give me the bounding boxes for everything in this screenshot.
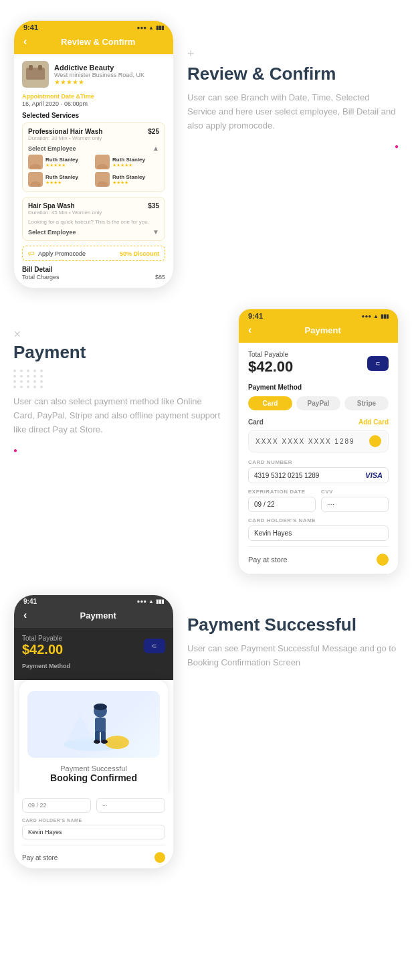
promo-label: Apply Promocode <box>38 250 86 257</box>
card-circle-icon <box>369 435 381 447</box>
card-number-input[interactable]: 4319 5312 0215 1289 VISA <box>248 467 389 483</box>
success-modal: Payment Successful Booking Confirmed <box>19 680 168 794</box>
success-pay-method-label: Payment Method <box>22 663 165 669</box>
promo-icon: 🏷 <box>28 250 35 257</box>
pink-dot-decoration: ● <box>187 139 399 151</box>
payment-wifi-icon: ▲ <box>373 313 379 319</box>
card-section-row: Card Add Card <box>248 418 389 426</box>
success-cvv-input: ··· <box>96 798 165 813</box>
salon-name: Addictive Beauty <box>54 64 165 72</box>
cardholder-field-group: CARD HOLDER'S NAME Kevin Hayes <box>248 517 389 541</box>
service-name-2: Hair Spa Wash <box>28 202 75 210</box>
paypal-button[interactable]: PayPal <box>296 396 340 410</box>
emp-info-2: Ruth Stanley ★★★★★ <box>112 157 145 168</box>
employee-item-1[interactable]: Ruth Stanley ★★★★★ <box>28 155 92 169</box>
cardholder-input[interactable]: Kevin Hayes <box>248 525 389 541</box>
svg-point-20 <box>94 740 100 744</box>
expand-icon-2[interactable]: ▼ <box>152 228 159 236</box>
employee-item-2[interactable]: Ruth Stanley ★★★★★ <box>95 155 159 169</box>
plus-decoration-1: + <box>187 47 399 61</box>
success-pay-store-row: Pay at store <box>22 845 165 863</box>
payment-signal-icon: ●●● <box>362 313 372 319</box>
employee-item-3[interactable]: Ruth Stanley ★★★★ <box>28 172 92 187</box>
success-illustration <box>27 691 160 758</box>
cardholder-label: CARD HOLDER'S NAME <box>248 517 389 523</box>
card-button[interactable]: Card <box>248 396 292 410</box>
svg-marker-13 <box>67 714 94 741</box>
card-number-masked: XXXX XXXX XXXX 1289 <box>255 438 355 445</box>
review-section-text: + Review & Confirm User can see Branch w… <box>187 20 399 289</box>
service-name-1: Professional Hair Wash <box>28 128 102 135</box>
pay-store-label: Pay at store <box>248 556 288 564</box>
svg-point-9 <box>30 181 41 187</box>
employee-item-4[interactable]: Ruth Stanley ★★★★ <box>95 172 159 187</box>
success-wallet-button[interactable]: ⊂ <box>144 639 165 653</box>
payment-section: ✕ Payment User can also select payment m… <box>0 302 412 588</box>
x-decoration: ✕ <box>13 329 225 339</box>
wifi-icon: ▲ <box>148 25 154 31</box>
pink-dot-decoration-2: ● <box>13 443 225 455</box>
svg-point-18 <box>94 704 107 710</box>
success-heading: Payment Successful <box>187 615 399 635</box>
back-arrow-icon[interactable]: ‹ <box>23 35 27 48</box>
service-top-1: Professional Hair Wash $25 <box>28 128 159 135</box>
expiry-label: EXPRIRATION DATE <box>248 489 316 495</box>
service-price-1: $25 <box>148 128 159 135</box>
success-total-label: Total Payable <box>22 635 63 642</box>
salon-stars: ★★★★★ <box>54 78 165 86</box>
page: 9:41 ●●● ▲ ▮▮▮ ‹ Review & Confirm <box>0 0 412 889</box>
payment-body: Total Payable $42.00 ⊂ Payment Method Ca… <box>239 343 398 574</box>
success-expiry-input: 09 / 22 <box>22 798 91 813</box>
success-wallet-icon: ⊂ <box>152 643 157 649</box>
expand-icon-1[interactable]: ▲ <box>152 145 159 152</box>
expiry-field-group: EXPRIRATION DATE 09 / 22 <box>248 489 316 512</box>
service-card-2: Hair Spa Wash $35 Duration: 45 Min • Wom… <box>22 197 165 241</box>
success-total-row: Total Payable $42.00 ⊂ <box>22 635 165 657</box>
svg-point-11 <box>97 181 108 187</box>
service-meta-1: Duration: 30 Min • Women only <box>28 135 159 141</box>
stripe-button[interactable]: Stripe <box>344 396 389 410</box>
success-back-arrow-icon[interactable]: ‹ <box>23 609 27 621</box>
payment-status-icons: ●●● ▲ ▮▮▮ <box>362 313 389 319</box>
svg-point-4 <box>32 157 39 163</box>
card-label: Card <box>248 418 264 426</box>
success-battery-icon: ▮▮▮ <box>156 598 164 604</box>
success-phone-header: ‹ Payment <box>14 605 173 628</box>
add-card-button[interactable]: Add Card <box>358 418 389 426</box>
pay-store-circle-icon[interactable] <box>377 554 389 566</box>
success-status-icons: ●●● ▲ ▮▮▮ <box>137 598 164 604</box>
emp-stars-2: ★★★★★ <box>112 163 145 168</box>
svg-point-21 <box>101 740 108 744</box>
emp-info-3: Ruth Stanley ★★★★ <box>45 174 78 185</box>
svg-point-7 <box>97 164 108 169</box>
expiry-input[interactable]: 09 / 22 <box>248 497 316 512</box>
payment-status-bar: 9:41 ●●● ▲ ▮▮▮ <box>239 309 398 320</box>
success-status-time: 9:41 <box>23 598 37 605</box>
success-cvv-group: ··· <box>96 798 165 813</box>
payment-back-arrow-icon[interactable]: ‹ <box>248 324 251 336</box>
salon-thumbnail <box>22 61 49 88</box>
battery-icon: ▮▮▮ <box>156 25 164 31</box>
service-desc-2: Looking for a quick haircut? This is the… <box>28 219 159 225</box>
card-item[interactable]: XXXX XXXX XXXX 1289 <box>248 430 389 453</box>
emp-name-3: Ruth Stanley <box>45 174 78 180</box>
success-total-info: Total Payable $42.00 <box>22 635 63 657</box>
success-message: Payment Successful <box>27 764 160 772</box>
bill-detail-label: Bill Detail <box>22 266 165 273</box>
total-payable-label: Total Payable <box>248 351 293 358</box>
emp-name-1: Ruth Stanley <box>45 157 78 163</box>
success-cardholder-value: Kevin Hayes <box>22 825 165 839</box>
bill-total-label: Total Charges <box>22 274 60 280</box>
status-time: 9:41 <box>23 23 38 31</box>
promo-row[interactable]: 🏷 Apply Promocode 50% Discount <box>22 246 165 261</box>
cvv-input[interactable]: ···· <box>321 497 389 512</box>
promo-discount: 50% Discount <box>120 250 159 257</box>
bill-total: $85 <box>155 274 165 280</box>
success-phone-body: Total Payable $42.00 ⊂ Payment Method <box>14 628 173 680</box>
svg-point-19 <box>105 736 129 749</box>
wallet-button[interactable]: ⊂ <box>367 356 389 371</box>
emp-stars-1: ★★★★★ <box>45 163 78 168</box>
emp-stars-4: ★★★★ <box>112 180 145 185</box>
payment-method-label: Payment Method <box>248 384 389 391</box>
phone-body: Addictive Beauty West minister Business … <box>14 54 173 288</box>
